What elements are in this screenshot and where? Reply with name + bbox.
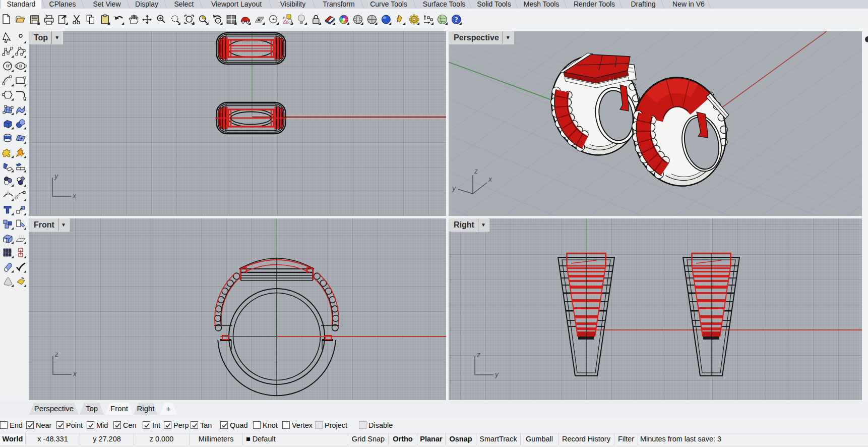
svg-text:?: ? <box>454 16 458 24</box>
svg-text:x: x <box>72 192 77 200</box>
svg-text:x: x <box>73 370 77 378</box>
svg-text:z: z <box>476 351 480 359</box>
svg-text:y: y <box>452 184 456 192</box>
svg-text:y: y <box>494 370 499 378</box>
svg-text:z: z <box>474 167 478 175</box>
svg-text:x: x <box>488 175 492 183</box>
svg-text:y: y <box>54 172 58 180</box>
svg-text:z: z <box>54 350 58 358</box>
